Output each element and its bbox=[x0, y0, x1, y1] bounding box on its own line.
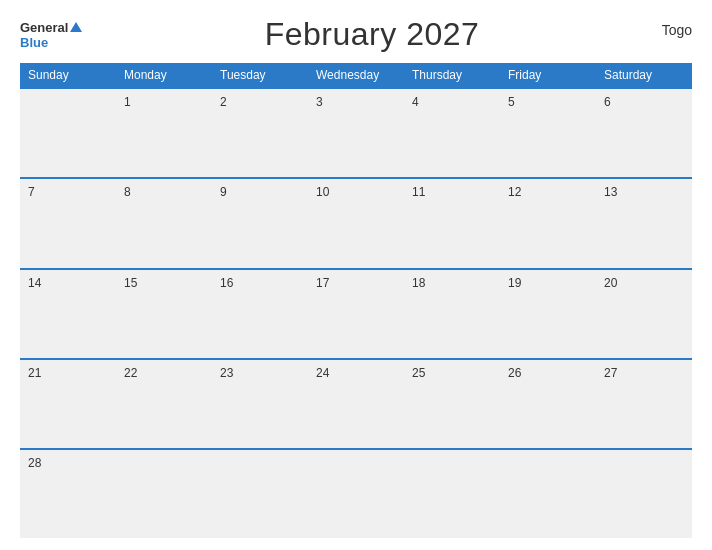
day-header-friday: Friday bbox=[500, 63, 596, 88]
days-of-week-row: SundayMondayTuesdayWednesdayThursdayFrid… bbox=[20, 63, 692, 88]
calendar-cell: 15 bbox=[116, 269, 212, 359]
calendar-cell: 19 bbox=[500, 269, 596, 359]
calendar-cell: 18 bbox=[404, 269, 500, 359]
logo-triangle-icon bbox=[70, 22, 82, 32]
day-header-monday: Monday bbox=[116, 63, 212, 88]
logo-general-text: General bbox=[20, 20, 68, 35]
calendar-cell: 10 bbox=[308, 178, 404, 268]
day-header-sunday: Sunday bbox=[20, 63, 116, 88]
calendar-cell: 26 bbox=[500, 359, 596, 449]
calendar-container: General Blue February 2027 Togo SundayMo… bbox=[0, 0, 712, 550]
month-title: February 2027 bbox=[265, 16, 480, 53]
calendar-cell: 8 bbox=[116, 178, 212, 268]
logo-blue-text: Blue bbox=[20, 35, 48, 50]
calendar-cell: 7 bbox=[20, 178, 116, 268]
calendar-table: SundayMondayTuesdayWednesdayThursdayFrid… bbox=[20, 63, 692, 538]
calendar-cell bbox=[212, 449, 308, 538]
calendar-cell: 23 bbox=[212, 359, 308, 449]
calendar-cell bbox=[596, 449, 692, 538]
calendar-cell: 17 bbox=[308, 269, 404, 359]
calendar-cell: 24 bbox=[308, 359, 404, 449]
week-row-1: 78910111213 bbox=[20, 178, 692, 268]
week-row-4: 28 bbox=[20, 449, 692, 538]
day-header-saturday: Saturday bbox=[596, 63, 692, 88]
week-row-3: 21222324252627 bbox=[20, 359, 692, 449]
calendar-cell: 5 bbox=[500, 88, 596, 178]
calendar-cell: 3 bbox=[308, 88, 404, 178]
calendar-cell: 6 bbox=[596, 88, 692, 178]
calendar-cell bbox=[404, 449, 500, 538]
calendar-cell: 21 bbox=[20, 359, 116, 449]
calendar-cell bbox=[20, 88, 116, 178]
calendar-cell: 22 bbox=[116, 359, 212, 449]
calendar-header: General Blue February 2027 Togo bbox=[20, 16, 692, 53]
calendar-cell: 9 bbox=[212, 178, 308, 268]
calendar-cell bbox=[116, 449, 212, 538]
calendar-cell bbox=[308, 449, 404, 538]
calendar-body: 1234567891011121314151617181920212223242… bbox=[20, 88, 692, 538]
calendar-cell: 14 bbox=[20, 269, 116, 359]
calendar-cell: 12 bbox=[500, 178, 596, 268]
calendar-cell: 11 bbox=[404, 178, 500, 268]
calendar-cell bbox=[500, 449, 596, 538]
day-header-thursday: Thursday bbox=[404, 63, 500, 88]
calendar-header-row: SundayMondayTuesdayWednesdayThursdayFrid… bbox=[20, 63, 692, 88]
logo: General Blue bbox=[20, 20, 82, 50]
calendar-cell: 13 bbox=[596, 178, 692, 268]
calendar-cell: 4 bbox=[404, 88, 500, 178]
week-row-2: 14151617181920 bbox=[20, 269, 692, 359]
calendar-cell: 25 bbox=[404, 359, 500, 449]
calendar-cell: 20 bbox=[596, 269, 692, 359]
calendar-cell: 27 bbox=[596, 359, 692, 449]
country-label: Togo bbox=[662, 22, 692, 38]
calendar-cell: 28 bbox=[20, 449, 116, 538]
week-row-0: 123456 bbox=[20, 88, 692, 178]
calendar-cell: 1 bbox=[116, 88, 212, 178]
calendar-cell: 16 bbox=[212, 269, 308, 359]
day-header-tuesday: Tuesday bbox=[212, 63, 308, 88]
calendar-cell: 2 bbox=[212, 88, 308, 178]
day-header-wednesday: Wednesday bbox=[308, 63, 404, 88]
